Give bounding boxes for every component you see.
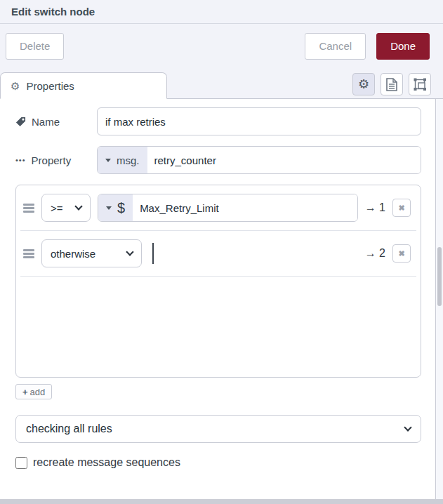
rules-list: >= $ → 1 ✖ [15,185,421,378]
plus-icon: + [22,387,28,397]
property-type-dropdown[interactable]: msg. [98,147,147,173]
property-row: ••• Property msg. [15,146,421,174]
text-cursor [152,243,154,264]
property-type-label: msg. [117,154,140,166]
editor-tab-buttons: ⚙ [352,73,431,95]
delete-button[interactable]: Delete [6,33,64,60]
name-label-text: Name [32,116,60,128]
rule-1-output-port: → 1 [365,201,385,214]
dialog-title: Edit switch node [11,6,95,18]
cancel-button[interactable]: Cancel [305,33,366,60]
rule-2-operator-value: otherwise [51,248,95,260]
gear-icon: ⚙ [358,78,369,91]
chevron-down-icon [105,159,111,162]
properties-icon-button[interactable]: ⚙ [352,73,375,95]
done-button[interactable]: Done [376,33,430,60]
rule-row-1: >= $ → 1 ✖ [16,185,421,230]
bottom-resize-strip [0,499,443,504]
tab-bar: ⚙ Properties ⚙ [0,68,443,99]
rule-1-typed-input: $ [98,194,358,222]
rule-separator [20,276,416,277]
rule-1-operator-select[interactable]: >= [41,194,91,222]
rule-2-remove-button[interactable]: ✖ [392,244,411,263]
tab-properties-label: Properties [26,80,74,92]
recreate-sequences-label: recreate message sequences [33,456,180,469]
drag-handle-icon[interactable] [23,202,34,214]
chevron-down-icon [404,423,411,431]
property-typed-input: msg. [97,146,421,174]
drag-handle-icon[interactable] [23,248,34,260]
tab-properties[interactable]: ⚙ Properties [0,72,167,99]
dialog-toolbar: Delete Cancel Done [0,24,443,68]
scrollbar-thumb[interactable] [437,247,442,306]
appearance-icon-button[interactable] [409,73,431,95]
rule-1-type-sigil: $ [117,200,125,216]
recreate-sequences-row: recreate message sequences [15,456,443,469]
add-rule-button[interactable]: + add [15,384,52,399]
appearance-icon [414,78,427,91]
rule-1-remove-button[interactable]: ✖ [392,199,411,217]
close-icon: ✖ [398,204,404,213]
rule-1-type-dropdown[interactable]: $ [98,194,133,221]
rule-row-2: otherwise → 2 ✖ [16,231,421,276]
rule-1-operator-value: >= [51,202,63,214]
chevron-down-icon [106,206,112,210]
recreate-sequences-checkbox[interactable] [15,457,27,469]
name-row: Name [15,107,421,135]
name-input[interactable] [97,107,421,135]
check-mode-value: checking all rules [26,423,112,435]
rule-1-value-input[interactable] [133,194,357,221]
rule-2-output-port: → 2 [365,247,385,260]
ellipsis-icon: ••• [15,156,26,164]
chevron-down-icon [74,202,82,210]
close-icon: ✖ [398,249,404,258]
property-label: ••• Property [15,154,97,166]
description-icon-button[interactable] [381,73,403,95]
rule-2-operator-select[interactable]: otherwise [41,239,142,267]
dialog-header: Edit switch node [0,0,443,24]
edit-switch-node-dialog: Edit switch node Delete Cancel Done ⚙ Pr… [0,0,443,504]
property-label-text: Property [32,154,72,166]
properties-form: Name ••• Property msg. [0,99,443,499]
add-rule-label: add [30,387,46,397]
name-label: Name [15,116,97,128]
check-mode-select[interactable]: checking all rules [15,415,421,443]
chevron-down-icon [126,248,133,256]
document-icon [386,78,397,91]
vertical-scrollbar[interactable] [435,99,443,504]
property-input[interactable] [147,147,421,173]
gear-icon: ⚙ [11,81,20,91]
tag-icon [15,117,26,127]
